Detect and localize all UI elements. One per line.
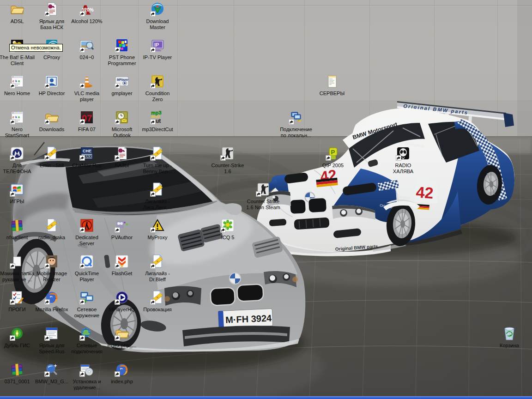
svg-text:CHE: CHE <box>83 149 91 153</box>
svg-text:k: k <box>15 115 17 119</box>
svg-text:M·FH 3924: M·FH 3924 <box>225 313 272 325</box>
svg-text:P: P <box>331 149 335 156</box>
svg-text:IP: IP <box>154 42 159 48</box>
svg-text:42: 42 <box>416 183 434 202</box>
svg-text:MPlayer: MPlayer <box>117 78 128 82</box>
svg-text:a: a <box>18 79 20 83</box>
svg-text:e: e <box>12 79 14 83</box>
svg-text:k: k <box>15 79 17 83</box>
svg-text:a: a <box>18 115 20 119</box>
svg-text:e: e <box>12 115 14 119</box>
